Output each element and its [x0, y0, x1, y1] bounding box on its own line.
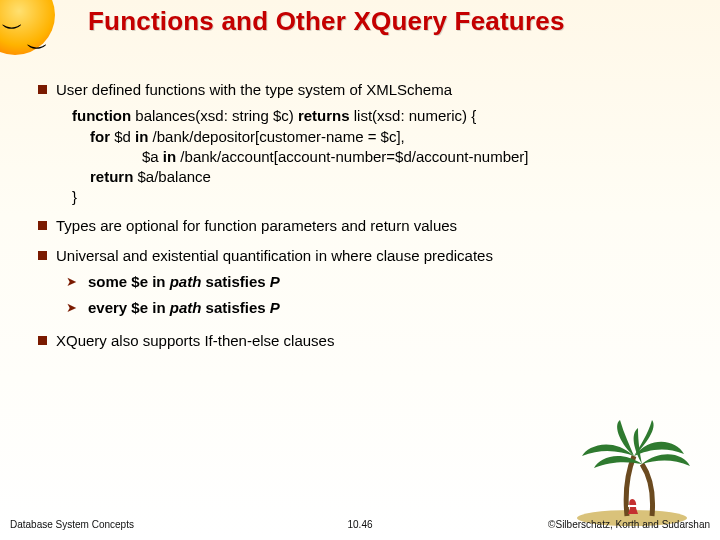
- bullet-item: User defined functions with the type sys…: [34, 80, 694, 100]
- code-line: }: [72, 187, 694, 207]
- sub-bullet: every $e in path satisfies P: [66, 298, 694, 318]
- bullet-item: Universal and existential quantification…: [34, 246, 694, 266]
- bullet-text: XQuery also supports If-then-else clause…: [56, 332, 334, 349]
- bird-icon: ︶: [2, 20, 23, 38]
- footer: Database System Concepts 10.46 ©Silbersc…: [0, 512, 720, 530]
- bullet-text: User defined functions with the type sys…: [56, 81, 452, 98]
- code-line: return $a/balance: [90, 167, 694, 187]
- code-block: function balances(xsd: string $c) return…: [72, 106, 694, 207]
- bullet-text: Types are optional for function paramete…: [56, 217, 457, 234]
- bird-icon: ︶: [27, 40, 48, 58]
- svg-rect-1: [628, 505, 638, 507]
- code-line: for $d in /bank/depositor[customer-name …: [90, 127, 694, 147]
- code-line: $a in /bank/account[account-number=$d/ac…: [142, 147, 694, 167]
- sub-bullet: some $e in path satisfies P: [66, 272, 694, 292]
- slide: ︶ ︶ Functions and Other XQuery Features …: [0, 0, 720, 540]
- slide-title: Functions and Other XQuery Features: [88, 6, 690, 37]
- footer-right: ©Silberschatz, Korth and Sudarshan: [548, 519, 710, 530]
- slide-body: User defined functions with the type sys…: [34, 80, 694, 357]
- palm-tree-icon: [572, 416, 692, 526]
- bullet-text: Universal and existential quantification…: [56, 247, 493, 264]
- code-line: function balances(xsd: string $c) return…: [72, 106, 694, 126]
- bullet-item: Types are optional for function paramete…: [34, 216, 694, 236]
- bullet-item: XQuery also supports If-then-else clause…: [34, 331, 694, 351]
